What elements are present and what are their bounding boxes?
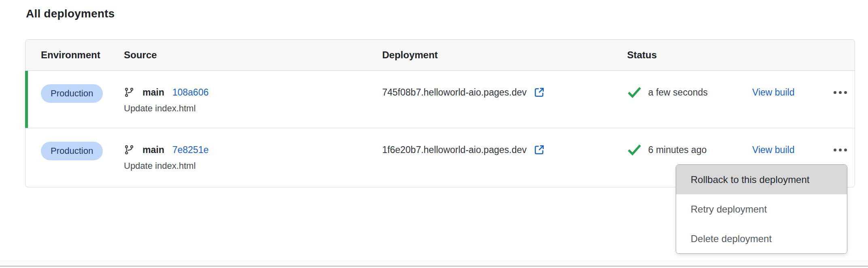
success-check-icon (627, 144, 642, 156)
commit-link[interactable]: 7e8251e (172, 145, 209, 155)
git-branch-icon (124, 87, 134, 98)
ellipsis-icon (834, 91, 836, 94)
source-cell: main 7e8251e Update index.html (124, 144, 382, 171)
source-cell: main 108a606 Update index.html (124, 86, 382, 114)
menu-item-rollback[interactable]: Rollback to this deployment (676, 165, 847, 194)
deployment-url: 745f08b7.helloworld-aio.pages.dev (382, 87, 527, 98)
menu-item-retry[interactable]: Retry deployment (676, 194, 847, 224)
commit-message: Update index.html (124, 161, 382, 171)
external-link-icon[interactable] (533, 86, 545, 98)
row-actions-menu-button[interactable] (832, 86, 849, 98)
page-title: All deployments (26, 7, 115, 20)
column-header-source: Source (124, 49, 382, 61)
environment-cell: Production (26, 86, 124, 103)
ellipsis-icon (834, 149, 836, 151)
deployments-page: All deployments Environment Source Deplo… (0, 0, 868, 268)
page-bottom-divider (0, 266, 868, 267)
success-check-icon (627, 86, 642, 98)
branch-name: main (143, 87, 164, 98)
status-time: 6 minutes ago (648, 145, 706, 155)
column-header-environment: Environment (26, 49, 124, 61)
table-row-deployment-1: Production main 108a606 Update index.htm… (26, 71, 855, 128)
menu-item-delete[interactable]: Delete deployment (676, 224, 847, 253)
page-bottom-band (0, 260, 868, 266)
view-build-link[interactable]: View build (752, 145, 794, 155)
menu-cell (825, 86, 855, 98)
view-build-cell: View build (752, 144, 825, 156)
view-build-link[interactable]: View build (752, 87, 794, 98)
environment-cell: Production (26, 144, 124, 160)
current-deployment-indicator (25, 71, 28, 128)
row-actions-menu-button[interactable] (832, 144, 849, 156)
column-header-status: Status (627, 49, 752, 61)
git-branch-icon (124, 145, 134, 155)
branch-name: main (143, 145, 164, 155)
environment-badge: Production (41, 142, 103, 160)
menu-cell (825, 144, 855, 156)
view-build-cell: View build (752, 86, 825, 98)
table-header-row: Environment Source Deployment Status (26, 40, 855, 71)
column-header-deployment: Deployment (382, 49, 627, 61)
commit-message: Update index.html (124, 103, 382, 114)
deployment-url: 1f6e20b7.helloworld-aio.pages.dev (382, 145, 527, 155)
status-time: a few seconds (648, 87, 708, 98)
status-cell: 6 minutes ago (627, 144, 752, 156)
deployment-actions-menu: Rollback to this deployment Retry deploy… (676, 164, 847, 254)
commit-link[interactable]: 108a606 (172, 87, 209, 98)
deployment-cell: 745f08b7.helloworld-aio.pages.dev (382, 86, 627, 98)
environment-badge: Production (41, 84, 103, 103)
external-link-icon[interactable] (533, 144, 545, 156)
deployment-cell: 1f6e20b7.helloworld-aio.pages.dev (382, 144, 627, 156)
status-cell: a few seconds (627, 86, 752, 98)
